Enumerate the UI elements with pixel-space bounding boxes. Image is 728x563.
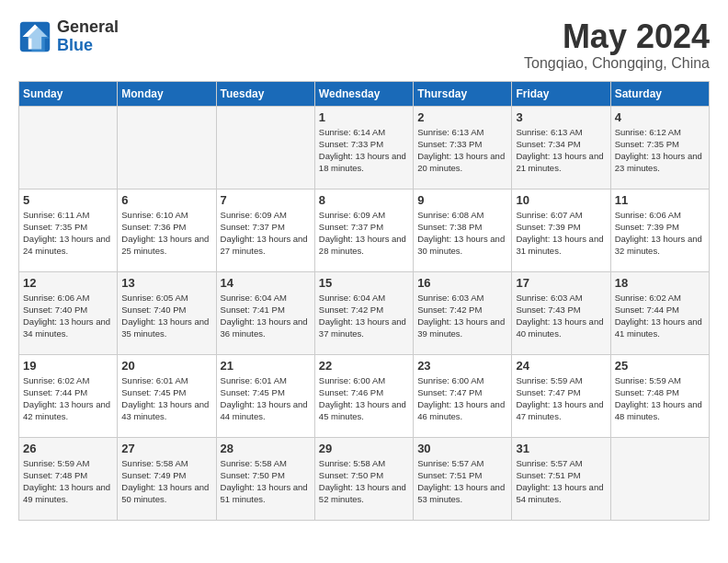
location-title: Tongqiao, Chongqing, China bbox=[524, 55, 710, 72]
calendar-cell: 1 Sunrise: 6:14 AM Sunset: 7:33 PM Dayli… bbox=[314, 106, 413, 189]
sunrise: Sunrise: 5:59 AM bbox=[23, 458, 89, 468]
calendar-cell: 19 Sunrise: 6:02 AM Sunset: 7:44 PM Dayl… bbox=[19, 354, 118, 437]
calendar-cell: 10 Sunrise: 6:07 AM Sunset: 7:39 PM Dayl… bbox=[512, 189, 610, 271]
calendar-cell: 20 Sunrise: 6:01 AM Sunset: 7:45 PM Dayl… bbox=[118, 354, 216, 437]
sunrise: Sunrise: 6:03 AM bbox=[417, 293, 483, 303]
daylight: Daylight: 13 hours and 32 minutes. bbox=[615, 234, 702, 256]
calendar-week: 26 Sunrise: 5:59 AM Sunset: 7:48 PM Dayl… bbox=[19, 437, 710, 520]
sunrise: Sunrise: 5:58 AM bbox=[319, 458, 385, 468]
sunrise: Sunrise: 6:13 AM bbox=[516, 127, 582, 137]
sunset: Sunset: 7:39 PM bbox=[516, 222, 580, 232]
sunrise: Sunrise: 6:09 AM bbox=[221, 210, 287, 220]
sunset: Sunset: 7:37 PM bbox=[221, 222, 285, 232]
sunset: Sunset: 7:48 PM bbox=[615, 387, 679, 397]
sunrise: Sunrise: 6:04 AM bbox=[221, 293, 287, 303]
calendar-week: 1 Sunrise: 6:14 AM Sunset: 7:33 PM Dayli… bbox=[19, 106, 710, 189]
day-number: 13 bbox=[121, 276, 211, 290]
cell-content: Sunrise: 6:09 AM Sunset: 7:37 PM Dayligh… bbox=[319, 209, 409, 258]
sunrise: Sunrise: 6:00 AM bbox=[319, 375, 385, 385]
sunset: Sunset: 7:43 PM bbox=[516, 304, 580, 315]
day-number: 7 bbox=[221, 193, 311, 207]
sunset: Sunset: 7:51 PM bbox=[516, 470, 580, 480]
daylight: Daylight: 13 hours and 41 minutes. bbox=[615, 316, 702, 339]
daylight: Daylight: 13 hours and 27 minutes. bbox=[221, 234, 308, 256]
cell-content: Sunrise: 5:57 AM Sunset: 7:51 PM Dayligh… bbox=[417, 457, 507, 506]
daylight: Daylight: 13 hours and 40 minutes. bbox=[516, 316, 603, 339]
daylight: Daylight: 13 hours and 20 minutes. bbox=[417, 151, 505, 173]
sunset: Sunset: 7:42 PM bbox=[417, 304, 482, 315]
calendar-cell bbox=[610, 437, 709, 520]
day-number: 3 bbox=[516, 110, 606, 124]
daylight: Daylight: 13 hours and 37 minutes. bbox=[319, 316, 406, 339]
calendar-cell: 6 Sunrise: 6:10 AM Sunset: 7:36 PM Dayli… bbox=[118, 189, 216, 271]
daylight: Daylight: 13 hours and 48 minutes. bbox=[615, 399, 702, 421]
day-number: 5 bbox=[23, 193, 113, 207]
cell-content: Sunrise: 6:06 AM Sunset: 7:40 PM Dayligh… bbox=[23, 292, 113, 340]
sunrise: Sunrise: 6:07 AM bbox=[516, 210, 582, 220]
cell-content: Sunrise: 6:01 AM Sunset: 7:45 PM Dayligh… bbox=[121, 374, 211, 423]
sunrise: Sunrise: 6:01 AM bbox=[221, 375, 287, 385]
cell-content: Sunrise: 5:57 AM Sunset: 7:51 PM Dayligh… bbox=[516, 457, 606, 506]
day-number: 31 bbox=[516, 442, 606, 455]
calendar-cell: 13 Sunrise: 6:05 AM Sunset: 7:40 PM Dayl… bbox=[118, 271, 216, 354]
calendar-cell: 12 Sunrise: 6:06 AM Sunset: 7:40 PM Dayl… bbox=[19, 271, 118, 354]
sunset: Sunset: 7:33 PM bbox=[319, 139, 383, 149]
sunset: Sunset: 7:40 PM bbox=[121, 304, 186, 315]
sunrise: Sunrise: 5:59 AM bbox=[516, 375, 582, 385]
calendar-cell bbox=[216, 106, 314, 189]
calendar-week: 12 Sunrise: 6:06 AM Sunset: 7:40 PM Dayl… bbox=[19, 271, 710, 354]
sunset: Sunset: 7:35 PM bbox=[23, 222, 87, 232]
day-number: 1 bbox=[319, 110, 409, 124]
cell-content: Sunrise: 6:09 AM Sunset: 7:37 PM Dayligh… bbox=[221, 209, 311, 258]
daylight: Daylight: 13 hours and 46 minutes. bbox=[417, 399, 505, 421]
day-number: 24 bbox=[516, 359, 606, 373]
daylight: Daylight: 13 hours and 50 minutes. bbox=[121, 482, 209, 504]
day-number: 26 bbox=[23, 442, 113, 455]
calendar-week: 19 Sunrise: 6:02 AM Sunset: 7:44 PM Dayl… bbox=[19, 354, 710, 437]
calendar-cell bbox=[19, 106, 118, 189]
cell-content: Sunrise: 6:14 AM Sunset: 7:33 PM Dayligh… bbox=[319, 126, 409, 175]
day-number: 4 bbox=[615, 110, 705, 124]
weekday-header: Wednesday bbox=[314, 81, 413, 106]
cell-content: Sunrise: 6:02 AM Sunset: 7:44 PM Dayligh… bbox=[615, 292, 705, 340]
weekday-header: Tuesday bbox=[216, 81, 314, 106]
sunrise: Sunrise: 6:12 AM bbox=[615, 127, 681, 137]
day-number: 23 bbox=[417, 359, 507, 373]
calendar-cell: 2 Sunrise: 6:13 AM Sunset: 7:33 PM Dayli… bbox=[414, 106, 512, 189]
sunrise: Sunrise: 6:08 AM bbox=[417, 210, 483, 220]
sunrise: Sunrise: 6:02 AM bbox=[615, 293, 681, 303]
day-number: 28 bbox=[221, 442, 311, 455]
day-number: 11 bbox=[615, 193, 705, 207]
calendar-cell: 29 Sunrise: 5:58 AM Sunset: 7:50 PM Dayl… bbox=[314, 437, 413, 520]
daylight: Daylight: 13 hours and 49 minutes. bbox=[23, 482, 110, 504]
day-number: 18 bbox=[615, 276, 705, 290]
sunrise: Sunrise: 6:05 AM bbox=[121, 293, 188, 303]
calendar-cell: 18 Sunrise: 6:02 AM Sunset: 7:44 PM Dayl… bbox=[610, 271, 709, 354]
calendar-cell: 3 Sunrise: 6:13 AM Sunset: 7:34 PM Dayli… bbox=[512, 106, 610, 189]
calendar-cell: 9 Sunrise: 6:08 AM Sunset: 7:38 PM Dayli… bbox=[414, 189, 512, 271]
day-number: 27 bbox=[121, 442, 211, 455]
calendar-cell: 14 Sunrise: 6:04 AM Sunset: 7:41 PM Dayl… bbox=[216, 271, 314, 354]
sunset: Sunset: 7:46 PM bbox=[319, 387, 383, 397]
day-number: 9 bbox=[417, 193, 507, 207]
sunset: Sunset: 7:44 PM bbox=[23, 387, 87, 397]
weekday-header: Thursday bbox=[414, 81, 512, 106]
cell-content: Sunrise: 5:59 AM Sunset: 7:48 PM Dayligh… bbox=[615, 374, 705, 423]
weekday-header: Friday bbox=[512, 81, 610, 106]
daylight: Daylight: 13 hours and 18 minutes. bbox=[319, 151, 406, 173]
cell-content: Sunrise: 6:04 AM Sunset: 7:41 PM Dayligh… bbox=[221, 292, 311, 340]
cell-content: Sunrise: 6:05 AM Sunset: 7:40 PM Dayligh… bbox=[121, 292, 211, 340]
calendar-cell: 24 Sunrise: 5:59 AM Sunset: 7:47 PM Dayl… bbox=[512, 354, 610, 437]
cell-content: Sunrise: 6:13 AM Sunset: 7:34 PM Dayligh… bbox=[516, 126, 606, 175]
sunset: Sunset: 7:41 PM bbox=[221, 304, 285, 315]
calendar-cell: 30 Sunrise: 5:57 AM Sunset: 7:51 PM Dayl… bbox=[414, 437, 512, 520]
daylight: Daylight: 13 hours and 51 minutes. bbox=[221, 482, 308, 504]
sunset: Sunset: 7:37 PM bbox=[319, 222, 383, 232]
cell-content: Sunrise: 5:59 AM Sunset: 7:48 PM Dayligh… bbox=[23, 457, 113, 506]
cell-content: Sunrise: 6:11 AM Sunset: 7:35 PM Dayligh… bbox=[23, 209, 113, 258]
daylight: Daylight: 13 hours and 35 minutes. bbox=[121, 316, 209, 339]
sunrise: Sunrise: 5:59 AM bbox=[615, 375, 681, 385]
cell-content: Sunrise: 6:03 AM Sunset: 7:42 PM Dayligh… bbox=[417, 292, 507, 340]
day-number: 14 bbox=[221, 276, 311, 290]
cell-content: Sunrise: 6:00 AM Sunset: 7:46 PM Dayligh… bbox=[319, 374, 409, 423]
